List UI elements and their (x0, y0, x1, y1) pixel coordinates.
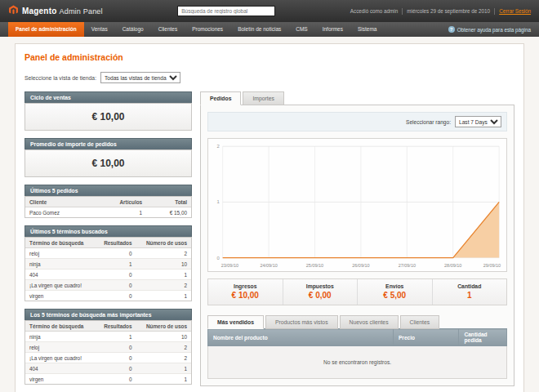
last-orders-panel: Últimos 5 pedidos ClienteArtículosTotalP… (24, 185, 192, 218)
svg-text:1: 1 (216, 199, 220, 204)
table-cell: 2 (136, 342, 191, 353)
help-link[interactable]: ? Obtener ayuda para esta página (448, 22, 531, 37)
table-row: ¡La virgen que cuadro!02 (25, 353, 191, 363)
column-header: Precio (393, 329, 459, 346)
column-header: Resultados (96, 321, 136, 332)
lifetime-sales-title: Ciclo de ventas (24, 91, 192, 103)
nav-item[interactable]: Ventas (84, 22, 115, 37)
svg-text:23/09/10: 23/09/10 (221, 263, 238, 268)
column-header: Cantidad pedida (459, 329, 507, 346)
top-header: MagentoAdmin Panel Accedió como admin mi… (0, 0, 539, 22)
nav-item[interactable]: Promociones (185, 22, 230, 37)
header-separator (402, 8, 403, 15)
logout-link[interactable]: Cerrar Sesión (499, 8, 531, 14)
table-cell: ¡La virgen que cuadro! (25, 280, 96, 291)
table-row: reloj02 (25, 248, 191, 259)
table-cell: 2 (136, 280, 191, 291)
svg-text:28/09/10: 28/09/10 (444, 263, 461, 268)
magento-logo[interactable]: MagentoAdmin Panel (8, 4, 103, 19)
table-cell: 1 (136, 363, 191, 374)
dashboard-right-column: PedidosImportes Seleccionar rango: Last … (200, 91, 514, 386)
stat: Impuestos€ 0,00 (283, 279, 359, 305)
empty-message: No se encontraron registros. (208, 346, 507, 379)
last-orders-title: Últimos 5 pedidos (24, 185, 192, 196)
magento-logo-icon (8, 4, 19, 19)
table-cell: ninja (25, 332, 96, 342)
table-cell: virgen (25, 291, 96, 301)
svg-text:24/09/10: 24/09/10 (260, 263, 277, 268)
svg-text:2: 2 (216, 144, 220, 149)
help-icon: ? (448, 26, 455, 33)
report-tabs: Más vendidosProductos más vistosNuevos c… (207, 315, 507, 329)
dashboard-content: Panel de administración Seleccione la vi… (15, 43, 524, 392)
stat-label: Envíos (358, 283, 432, 289)
help-link-label: Obtener ayuda para esta página (457, 27, 531, 33)
tab[interactable]: Importes (243, 91, 283, 105)
range-selector-row: Seleccionar rango: Last 7 Days (207, 112, 507, 131)
orders-chart-svg: 01223/09/1024/09/1025/09/1026/09/1027/09… (208, 139, 506, 271)
average-orders-title: Promedio de importe de pedidos (24, 138, 192, 149)
tab[interactable]: Más vendidos (207, 315, 264, 329)
range-select[interactable]: Last 7 Days (455, 116, 501, 127)
lifetime-sales-panel: Ciclo de ventas € 10,00 (24, 91, 192, 131)
dashboard-left-column: Ciclo de ventas € 10,00 Promedio de impo… (24, 91, 192, 386)
table-cell: 0 (96, 374, 136, 385)
table-cell: 1 (96, 332, 136, 342)
last-search-terms-table: Término de búsquedaResultadosNúmero de u… (25, 238, 191, 301)
nav-item[interactable]: CMS (288, 22, 314, 37)
table-cell: 0 (96, 270, 136, 280)
top-search-terms-table: Término de búsquedaResultadosNúmero de u… (25, 321, 191, 384)
header-user-info: Accedió como admin miércoles 29 de septi… (350, 8, 531, 15)
table-cell: 1 (136, 374, 191, 385)
table-cell: 1 (92, 207, 146, 218)
orders-chart: 01223/09/1024/09/1025/09/1026/09/1027/09… (207, 138, 507, 272)
orders-panel: Seleccionar rango: Last 7 Days 01223/09/… (200, 105, 514, 386)
nav-item[interactable]: Catálogo (115, 22, 151, 37)
stat-value: € 10,00 (208, 291, 283, 300)
lifetime-sales-value: € 10,00 (25, 104, 191, 130)
svg-text:29/09/10: 29/09/10 (483, 263, 501, 268)
column-header: Resultados (96, 238, 136, 248)
last-search-terms-panel: Últimos 5 términos buscados Término de b… (24, 225, 192, 301)
nav-item[interactable]: Informes (315, 22, 350, 37)
global-search-input[interactable] (177, 6, 275, 16)
store-view-row: Seleccione la vista de tienda: Todas las… (24, 72, 514, 83)
table-cell: 1 (136, 291, 191, 301)
range-label: Seleccionar rango: (406, 119, 451, 125)
nav-item[interactable]: Sistema (350, 22, 384, 37)
tab[interactable]: Pedidos (200, 91, 241, 105)
table-cell: 0 (96, 291, 136, 301)
table-cell: 1 (136, 270, 191, 280)
store-view-label: Seleccione la vista de tienda: (24, 75, 96, 81)
column-header: Número de usos (136, 321, 191, 332)
chart-tabs: PedidosImportes (200, 91, 514, 105)
last-search-terms-title: Últimos 5 términos buscados (24, 225, 192, 237)
stat-value: 1 (433, 291, 507, 300)
column-header: Término de búsqueda (25, 321, 96, 332)
store-view-select[interactable]: Todas las vistas de tienda (100, 72, 180, 83)
table-row: 40401 (25, 270, 191, 280)
table-cell: 10 (136, 259, 191, 270)
tab[interactable]: Productos más vistos (265, 315, 338, 329)
table-cell: 0 (96, 248, 136, 259)
main-nav: Panel de administraciónVentasCatálogoCli… (0, 22, 539, 37)
table-cell: 2 (136, 248, 191, 259)
app-title: MagentoAdmin Panel (22, 7, 103, 16)
nav-item[interactable]: Boletín de noticias (230, 22, 288, 37)
nav-item[interactable]: Clientes (151, 22, 185, 37)
table-cell: 1 (96, 259, 136, 270)
column-header: Número de usos (136, 238, 191, 248)
header-separator (494, 8, 495, 15)
nav-item[interactable]: Panel de administración (8, 22, 84, 37)
table-cell: 404 (25, 270, 96, 280)
average-orders-panel: Promedio de importe de pedidos € 10,00 (24, 138, 192, 177)
tab[interactable]: Clientes (400, 315, 440, 329)
stat: Envíos€ 5,00 (358, 279, 433, 305)
stat-label: Impuestos (283, 283, 358, 289)
table-row: ninja110 (25, 259, 191, 270)
top-search-terms-title: Los 5 términos de búsqueda más important… (24, 309, 192, 320)
table-cell: Paco Gomez (25, 207, 92, 218)
tab[interactable]: Nuevos clientes (340, 315, 399, 329)
table-cell: 2 (136, 353, 191, 363)
empty-row: No se encontraron registros. (208, 346, 507, 379)
